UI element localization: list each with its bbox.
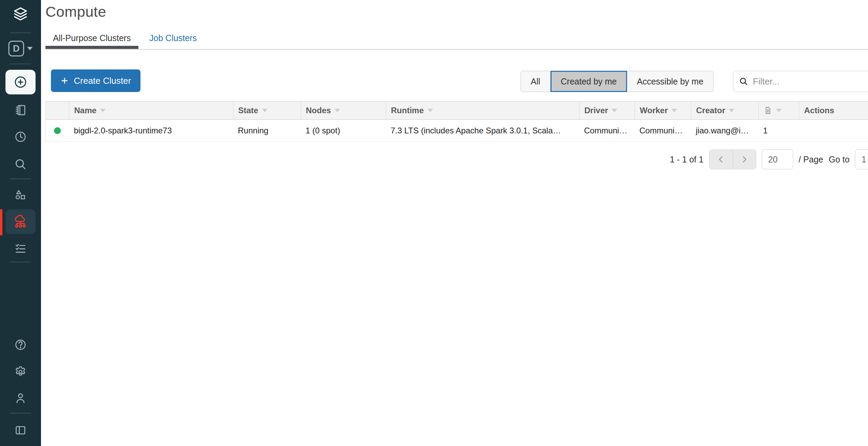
- cluster-scope-filter: All Created by me Accessible by me: [520, 71, 714, 92]
- column-header-name[interactable]: Name: [69, 102, 233, 119]
- cluster-driver-cell: Communi…: [579, 120, 635, 141]
- chevron-left-icon: [716, 154, 726, 165]
- page-size-input[interactable]: [762, 149, 793, 169]
- column-header-actions: Actions: [799, 102, 868, 119]
- sort-caret-icon: [100, 109, 106, 112]
- create-cluster-label: Create Cluster: [74, 76, 131, 86]
- tab-bar: All-Purpose Clusters Job Clusters: [45, 33, 868, 50]
- gear-icon: [14, 365, 27, 378]
- help-icon: [14, 338, 27, 351]
- tab-job-clusters[interactable]: Job Clusters: [142, 33, 204, 49]
- go-to-label: Go to: [829, 155, 850, 165]
- column-header-state[interactable]: State: [233, 102, 301, 119]
- chevron-down-icon: [27, 47, 33, 50]
- cluster-actions-cell: [799, 120, 868, 141]
- plus-circle-icon: [13, 75, 28, 89]
- sort-caret-icon: [729, 109, 734, 112]
- prev-page-button[interactable]: [709, 150, 733, 169]
- sort-caret-icon: [776, 109, 782, 112]
- sidebar-divider: [10, 64, 31, 64]
- cluster-worker-cell: Communi…: [635, 120, 691, 141]
- cluster-cloud-icon: [13, 214, 28, 229]
- column-header-creator[interactable]: Creator: [691, 102, 758, 119]
- cluster-notebooks-cell: 1: [758, 120, 799, 141]
- active-nav-indicator: [0, 209, 2, 235]
- search-icon: [14, 158, 27, 171]
- databricks-logo[interactable]: [12, 6, 29, 23]
- workspace-badge: D: [9, 41, 24, 56]
- notebook-icon: [14, 104, 27, 117]
- sidebar-item-data-models[interactable]: [12, 187, 29, 203]
- sidebar-item-account[interactable]: [12, 390, 29, 406]
- column-header-driver[interactable]: Driver: [579, 102, 635, 119]
- sidebar: D: [0, 0, 41, 446]
- column-header-nodes[interactable]: Nodes: [301, 102, 386, 119]
- pagination-buttons: [709, 149, 756, 169]
- cluster-nodes-cell: 1 (0 spot): [301, 120, 386, 141]
- tab-all-purpose-clusters[interactable]: All-Purpose Clusters: [45, 33, 138, 49]
- column-header-worker[interactable]: Worker: [635, 102, 691, 119]
- checklist-icon: [14, 242, 27, 255]
- clock-icon: [14, 130, 27, 143]
- column-header-status: [46, 102, 69, 119]
- sidebar-item-create[interactable]: [5, 70, 36, 94]
- next-page-button[interactable]: [733, 150, 756, 169]
- sidebar-item-settings[interactable]: [12, 364, 29, 380]
- stacked-layers-icon: [12, 5, 29, 23]
- column-header-notebooks[interactable]: [758, 102, 799, 119]
- sidebar-divider: [10, 262, 31, 262]
- cluster-creator-cell: jiao.wang@i…: [691, 120, 758, 141]
- go-to-page-input[interactable]: [855, 149, 868, 169]
- cluster-status-cell: [46, 120, 69, 141]
- chevron-right-icon: [739, 154, 749, 165]
- clusters-table: Name State Nodes Runtime Driver: [45, 101, 868, 142]
- sidebar-item-compute[interactable]: [5, 209, 36, 234]
- running-status-icon: [54, 127, 61, 134]
- sort-caret-icon: [335, 109, 340, 112]
- sidebar-item-workspace[interactable]: [12, 102, 29, 118]
- sort-caret-icon: [428, 109, 433, 112]
- sidebar-divider: [10, 179, 31, 179]
- table-header-row: Name State Nodes Runtime Driver: [46, 101, 868, 120]
- sidebar-item-jobs[interactable]: [12, 240, 29, 257]
- app-root: D: [0, 0, 868, 446]
- filter-accessible-by-me-button[interactable]: Accessible by me: [627, 71, 714, 92]
- filter-all-button[interactable]: All: [520, 71, 551, 92]
- main-content: Compute All-Purpose Clusters Job Cluster…: [41, 0, 868, 446]
- per-page-label: / Page: [799, 155, 823, 165]
- cluster-state-cell: Running: [233, 120, 301, 141]
- sort-caret-icon: [612, 109, 617, 112]
- shapes-icon: [14, 188, 27, 201]
- sidebar-divider: [10, 32, 31, 33]
- sort-caret-icon: [672, 109, 677, 112]
- sort-caret-icon: [262, 109, 268, 112]
- plus-icon: [60, 76, 69, 85]
- filter-input-wrapper: [733, 71, 868, 92]
- table-row[interactable]: bigdl-2.0-spark3-runtime73 Running 1 (0 …: [46, 120, 868, 142]
- sidebar-item-search[interactable]: [12, 156, 29, 172]
- search-icon: [739, 77, 748, 86]
- collapse-sidebar-button[interactable]: [12, 422, 29, 438]
- pagination-bar: 1 - 1 of 1 / Page Go to: [670, 149, 868, 169]
- cluster-name-cell[interactable]: bigdl-2.0-spark3-runtime73: [69, 120, 233, 141]
- filter-input[interactable]: [753, 76, 868, 87]
- cluster-runtime-cell: 7.3 LTS (includes Apache Spark 3.0.1, Sc…: [386, 120, 579, 141]
- pagination-range: 1 - 1 of 1: [670, 155, 704, 165]
- document-icon: [763, 106, 772, 115]
- sidebar-item-recents[interactable]: [12, 129, 29, 145]
- sidebar-item-help[interactable]: [12, 337, 29, 353]
- panel-icon: [14, 424, 27, 437]
- filter-created-by-me-button[interactable]: Created by me: [551, 71, 627, 92]
- create-cluster-button[interactable]: Create Cluster: [51, 69, 140, 92]
- column-header-runtime[interactable]: Runtime: [386, 102, 579, 119]
- person-icon: [14, 392, 27, 405]
- sidebar-divider: [10, 413, 31, 414]
- workspace-switcher[interactable]: D: [9, 41, 33, 56]
- page-title: Compute: [45, 3, 106, 20]
